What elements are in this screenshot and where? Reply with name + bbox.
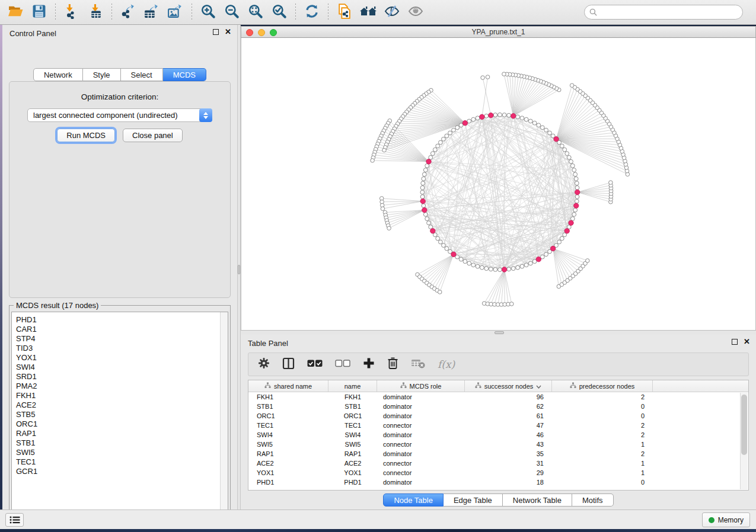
mcds-hub-node[interactable] [480,114,484,119]
network-node[interactable] [498,113,502,117]
network-node[interactable] [560,236,564,241]
network-node[interactable] [493,268,497,272]
table-row[interactable]: RAP1RAP1dominator352 [248,449,748,459]
open-session-button[interactable] [4,2,27,23]
network-node[interactable] [445,246,449,251]
network-node[interactable] [476,264,480,268]
table-row[interactable]: SWI5SWI5connector431 [248,440,748,449]
network-node[interactable] [537,123,541,127]
column-header-MCDS-role[interactable]: MCDS role [377,380,465,392]
network-node[interactable] [573,208,578,212]
delete-columns-button[interactable] [387,357,398,372]
import-network-button[interactable] [60,2,84,23]
mcds-hub-node[interactable] [511,114,515,118]
import-table-button[interactable] [84,2,107,23]
network-node[interactable] [528,261,532,265]
table-row[interactable]: SWI4SWI4dominator462 [248,430,748,440]
network-node[interactable] [575,181,579,185]
export-network-button[interactable] [116,2,140,23]
mcds-result-item[interactable]: ACE2 [16,400,228,410]
network-node[interactable] [502,113,506,117]
mcds-result-item[interactable]: PMA2 [16,382,228,391]
network-node[interactable] [420,190,425,194]
mcds-hub-node[interactable] [462,120,467,125]
network-window-titlebar[interactable]: YPA_prune.txt_1 [241,26,756,38]
table-row[interactable]: FKH1FKH1dominator962 [248,392,748,402]
network-node[interactable] [565,152,569,156]
mcds-hub-node[interactable] [489,113,493,117]
mcds-result-item[interactable]: TID3 [16,344,228,353]
network-node[interactable] [520,264,524,268]
network-node[interactable] [448,131,452,135]
network-node[interactable] [438,240,442,244]
network-node[interactable] [438,140,442,145]
mcds-result-item[interactable]: FKH1 [16,391,228,400]
tab-edge-table[interactable]: Edge Table [444,493,503,507]
table-row[interactable]: ACE2ACE2connector311 [248,459,748,468]
run-mcds-button[interactable]: Run MCDS [57,129,115,142]
zoom-selected-button[interactable] [267,2,291,23]
network-node[interactable] [420,195,425,199]
hide-elements-button[interactable] [380,2,404,23]
network-node[interactable] [463,259,467,264]
mcds-hub-node[interactable] [451,252,456,257]
split-grabber[interactable] [238,265,240,274]
tab-select[interactable]: Select [121,68,163,81]
network-node[interactable] [438,290,442,294]
network-node[interactable] [430,152,435,156]
mcds-hub-node[interactable] [502,267,506,272]
tab-network[interactable]: Network [33,68,83,81]
mcds-hub-node[interactable] [536,257,541,261]
network-node[interactable] [459,257,463,261]
table-settings-button[interactable] [258,357,270,371]
unselect-all-columns-button[interactable] [335,359,350,370]
network-node[interactable] [481,76,485,80]
network-node[interactable] [484,267,489,271]
houses-button[interactable] [356,2,380,23]
mcds-hub-node[interactable] [575,190,580,194]
network-node[interactable] [570,164,575,168]
mcds-result-item[interactable]: CAR1 [16,325,228,334]
network-node[interactable] [569,159,573,164]
task-history-button[interactable] [5,513,24,527]
mcds-list-scrollbar[interactable] [220,312,228,518]
network-node[interactable] [544,252,548,257]
delete-table-button[interactable] [411,358,425,371]
mcds-hub-node[interactable] [554,137,559,142]
network-node[interactable] [423,168,428,172]
mcds-hub-node[interactable] [564,229,569,233]
mcds-result-item[interactable]: ORC1 [16,419,228,429]
search-box[interactable] [584,5,743,20]
network-node[interactable] [421,181,425,185]
mcds-hub-node[interactable] [422,207,427,212]
column-header-successor-nodes[interactable]: successor nodes [465,380,552,392]
mcds-hub-node[interactable] [430,229,435,233]
network-node[interactable] [425,217,429,221]
float-panel-icon[interactable] [732,339,738,345]
network-node[interactable] [455,126,460,130]
select-all-columns-button[interactable] [307,359,323,370]
network-node[interactable] [420,185,425,190]
create-column-button[interactable] [363,357,375,371]
table-row[interactable]: STB1STB1dominator620 [248,402,748,411]
network-node[interactable] [382,148,387,152]
close-panel-icon[interactable]: ✕ [744,339,750,345]
search-input[interactable] [597,8,738,17]
table-row[interactable]: ORC1ORC1dominator610 [248,411,748,421]
float-panel-icon[interactable] [213,29,219,35]
network-node[interactable] [575,195,579,199]
network-node[interactable] [422,177,426,181]
network-node[interactable] [498,268,502,272]
table-scrollbar[interactable] [740,393,748,489]
show-elements-button[interactable] [404,2,428,23]
network-canvas[interactable] [241,38,756,331]
network-node[interactable] [524,117,528,121]
show-columns-button[interactable] [282,357,295,372]
table-row[interactable]: TEC1TEC1connector472 [248,421,748,430]
clone-network-button[interactable] [333,2,356,23]
network-node[interactable] [442,243,446,248]
mcds-result-item[interactable]: SWI5 [16,448,228,457]
column-header-name[interactable]: name [328,380,377,392]
mcds-result-item[interactable]: SWI4 [16,363,228,372]
split-grabber[interactable] [495,331,504,334]
